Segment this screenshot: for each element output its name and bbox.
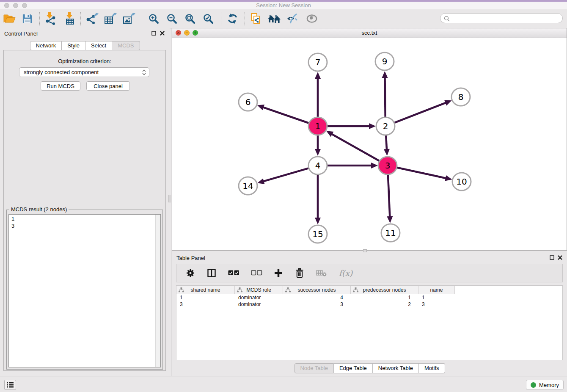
tab-mcds[interactable]: MCDS — [112, 41, 140, 50]
show-eye-icon[interactable] — [303, 11, 320, 27]
network-close-icon[interactable]: ✕ — [176, 30, 181, 36]
tab-style[interactable]: Style — [62, 41, 85, 50]
tab-motifs[interactable]: Motifs — [419, 363, 445, 373]
task-history-button[interactable] — [4, 380, 16, 390]
float-table-panel-icon[interactable] — [550, 255, 554, 260]
status-bar: Memory — [0, 376, 567, 392]
table-row[interactable]: 3dominator323 — [176, 301, 562, 308]
graph-node-label: 11 — [385, 228, 396, 238]
control-panel: Control Panel NetworkStyleSelectMCDS Opt… — [0, 28, 170, 376]
copy-network-icon[interactable] — [248, 11, 264, 27]
table-cell[interactable]: 3 — [176, 301, 235, 308]
graph-node-label: 7 — [315, 57, 321, 67]
network-minimize-icon[interactable]: − — [184, 30, 190, 36]
graph-arrowhead — [315, 72, 321, 79]
close-panel-icon[interactable] — [160, 31, 165, 36]
table-cell[interactable]: 3 — [283, 301, 351, 308]
network-canvas[interactable]: 7968124314101511 — [172, 38, 567, 250]
table-cell[interactable]: dominator — [235, 294, 283, 301]
graph-edge-3-1[interactable] — [331, 134, 380, 161]
table-cell[interactable]: 3 — [418, 301, 455, 308]
settings-gear-icon[interactable] — [185, 267, 196, 279]
graph-edge-1-6[interactable] — [263, 107, 310, 123]
app-titlebar: Session: New Session — [0, 2, 567, 9]
graph-edge-3-10[interactable] — [396, 167, 446, 178]
graph-node-label: 6 — [245, 97, 251, 107]
delete-column-icon[interactable] — [315, 267, 327, 279]
network-window-title: scc.txt — [172, 28, 567, 38]
save-session-icon[interactable] — [19, 11, 36, 27]
float-panel-icon[interactable] — [151, 31, 156, 36]
table-cell[interactable]: 1 — [176, 294, 235, 301]
graph-edge-2-3[interactable] — [386, 135, 387, 150]
table-panel: Table Panel f(x) — [172, 252, 567, 376]
open-session-icon[interactable] — [1, 11, 18, 27]
split-view-icon[interactable] — [206, 267, 217, 279]
graph-edge-2-8[interactable] — [394, 102, 446, 123]
deselect-all-icon[interactable] — [250, 267, 263, 279]
table-cell[interactable]: 1 — [351, 294, 418, 301]
table-cell[interactable]: 4 — [283, 294, 351, 301]
zoom-selected-icon[interactable] — [200, 11, 217, 27]
table-cell[interactable]: 2 — [351, 301, 418, 308]
delete-row-icon[interactable] — [294, 267, 305, 279]
column-header-predecessor-nodes[interactable]: predecessor nodes — [351, 286, 418, 294]
add-row-icon[interactable] — [273, 267, 284, 279]
home-icon[interactable] — [266, 11, 283, 27]
mcds-tab-content: Optimization criterion: strongly connect… — [3, 50, 166, 371]
graph-node-label: 2 — [383, 121, 388, 131]
column-header-successor-nodes[interactable]: successor nodes — [283, 286, 351, 294]
control-panel-tabs: NetworkStyleSelectMCDS — [30, 41, 140, 50]
optimization-criterion-label: Optimization criterion: — [4, 58, 165, 64]
tab-network-table[interactable]: Network Table — [373, 363, 419, 373]
column-header-shared-name[interactable]: shared name — [176, 286, 235, 294]
tab-edge-table[interactable]: Edge Table — [334, 363, 373, 373]
export-image-icon[interactable] — [121, 11, 138, 27]
table-row[interactable]: 1dominator411 — [176, 294, 562, 301]
select-all-icon[interactable] — [227, 267, 240, 279]
graph-edge-4-14[interactable] — [263, 168, 310, 182]
table-cell[interactable]: dominator — [235, 301, 283, 308]
result-scrollbar[interactable] — [155, 215, 160, 367]
zoom-in-icon[interactable] — [145, 11, 162, 27]
table-body: 1dominator4113dominator323 — [176, 294, 562, 308]
app-title: Session: New Session — [0, 2, 567, 9]
vertical-splitter-handle[interactable] — [168, 195, 171, 202]
zoom-out-icon[interactable] — [163, 11, 180, 27]
run-mcds-button[interactable]: Run MCDS — [41, 81, 80, 91]
network-maximize-icon[interactable]: + — [193, 30, 198, 36]
select-stepper-icon — [142, 69, 146, 76]
mcds-result-group: MCDS result (2 nodes) 1 3 — [6, 210, 163, 370]
close-panel-button[interactable]: Close panel — [86, 81, 130, 91]
network-window-titlebar[interactable]: scc.txt ✕ − + — [172, 28, 567, 38]
refresh-layout-icon[interactable] — [224, 11, 241, 27]
zoom-fit-icon[interactable] — [182, 11, 198, 27]
horizontal-splitter-handle[interactable] — [363, 249, 367, 252]
import-table-icon[interactable] — [61, 11, 78, 27]
graph-node-label: 14 — [242, 181, 253, 191]
search-input[interactable] — [452, 14, 561, 23]
graph-edge-3-11[interactable] — [388, 174, 390, 217]
column-header-name[interactable]: name — [418, 286, 455, 294]
import-network-icon[interactable] — [41, 11, 58, 27]
graph-arrowhead — [384, 149, 390, 156]
graph-edge-2-9[interactable] — [385, 77, 385, 118]
column-header-MCDS-role[interactable]: MCDS role — [235, 286, 283, 294]
mcds-result-values: 1 3 — [11, 215, 14, 229]
mcds-result-textarea[interactable]: 1 3 — [8, 214, 161, 367]
tab-network[interactable]: Network — [30, 41, 62, 50]
tab-select[interactable]: Select — [85, 41, 112, 50]
function-builder-icon[interactable]: f(x) — [337, 267, 354, 279]
table-toolbar: f(x) — [176, 264, 563, 282]
hide-eye-icon[interactable] — [284, 11, 301, 27]
close-table-panel-icon[interactable] — [558, 255, 562, 260]
tab-node-table[interactable]: Node Table — [294, 363, 334, 373]
search-icon — [444, 16, 450, 22]
optimization-criterion-select[interactable]: strongly connected component — [19, 67, 149, 77]
table-panel-title: Table Panel — [176, 255, 205, 261]
table-cell[interactable]: 1 — [418, 294, 455, 301]
network-window: scc.txt ✕ − + 7968124314101511 — [172, 28, 567, 251]
export-table-icon[interactable] — [102, 11, 119, 27]
memory-button[interactable]: Memory — [526, 380, 564, 390]
export-network-icon[interactable] — [84, 11, 101, 27]
